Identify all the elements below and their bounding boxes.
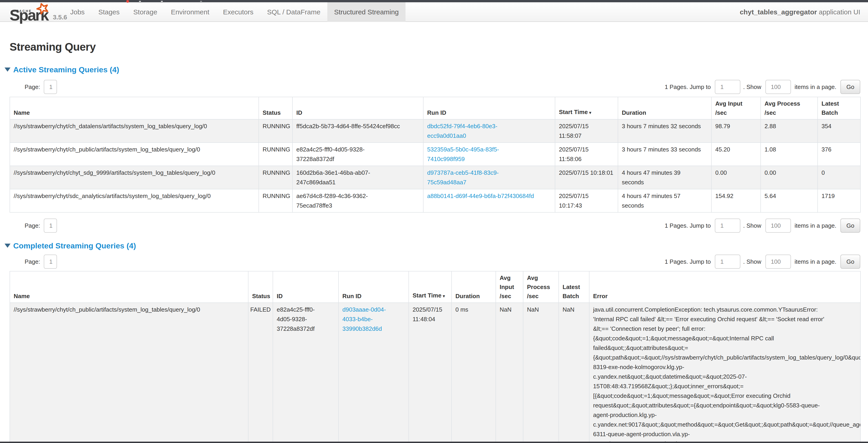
tab-environment-link[interactable]: Environment [164, 2, 216, 22]
collapse-arrow-icon [5, 67, 10, 71]
col-id[interactable]: ID [273, 271, 339, 303]
jump-to-input[interactable] [715, 218, 740, 233]
tab-sql-dataframe[interactable]: SQL / DataFrame [260, 2, 327, 22]
jump-to-input[interactable] [715, 80, 740, 94]
col-name[interactable]: Name [10, 97, 259, 119]
col-avg-process[interactable]: Avg Process /sec [523, 271, 559, 303]
cell-name: //sys/strawberry/chyt/ch_public/artifact… [10, 143, 259, 166]
cell-name: //sys/strawberry/chyt/ch_datalens/artifa… [10, 119, 259, 143]
show-count-input[interactable] [766, 218, 791, 233]
table-row: //sys/strawberry/chyt/ch_datalens/artifa… [10, 119, 861, 143]
completed-queries-table: Name Status ID Run ID Start Time▾ Durati… [9, 271, 861, 443]
page-label: Page: [25, 84, 40, 91]
tab-structured-streaming[interactable]: Structured Streaming [327, 2, 405, 22]
col-run-id[interactable]: Run ID [339, 271, 409, 303]
col-duration[interactable]: Duration [618, 97, 711, 119]
cell-name: //sys/strawberry/chyt/sdc_analytics/arti… [10, 189, 259, 212]
cell-avg-process: 0.00 [761, 166, 817, 189]
tab-executors-link[interactable]: Executors [216, 2, 260, 22]
tab-storage[interactable]: Storage [126, 2, 164, 22]
show-label: . Show [743, 222, 761, 229]
col-avg-input[interactable]: Avg Input /sec [711, 97, 761, 119]
cell-start-time: 2025/07/15 10:17:43 [555, 189, 618, 212]
cell-duration: 0 ms [452, 303, 496, 443]
browser-chrome-top [0, 0, 868, 2]
pager-active-bottom: Page: 1 Pages. Jump to . Show items in a… [25, 218, 860, 233]
cell-duration: 3 hours 7 minutes 33 seconds [618, 143, 711, 166]
cell-status: RUNNING [259, 119, 292, 143]
tab-sql-dataframe-link[interactable]: SQL / DataFrame [260, 2, 327, 22]
cell-id: ae67d4c8-f289-4c36-9362- 75ecad78ffe3 [292, 189, 423, 212]
tab-bar-fragment [161, 1, 163, 2]
cell-avg-input: 154.92 [711, 189, 761, 212]
pager-completed-top: Page: 1 Pages. Jump to . Show items in a… [25, 255, 860, 269]
jump-to-input[interactable] [715, 255, 740, 269]
cell-avg-process: 2.88 [761, 119, 817, 143]
show-label: . Show [743, 258, 761, 265]
col-latest-batch[interactable]: Latest Batch [559, 271, 589, 303]
show-count-input[interactable] [766, 80, 791, 94]
run-id-link[interactable]: dbdc52fd-79f4-4eb6-80e3- ecc9a0d01aa0 [427, 123, 497, 139]
tab-environment[interactable]: Environment [164, 2, 216, 22]
cell-latest-batch: NaN [559, 303, 589, 443]
cell-start-time: 2025/07/15 10:18:01 [555, 166, 618, 189]
active-queries-title: Active Streaming Queries (4) [13, 66, 119, 73]
col-latest-batch[interactable]: Latest Batch [817, 97, 861, 119]
cell-status: RUNNING [259, 189, 292, 212]
go-button[interactable]: Go [840, 80, 860, 94]
run-id-link[interactable]: a88b0141-d69f-44e9-b6fa-b72f430684fd [427, 193, 534, 199]
col-id[interactable]: ID [292, 97, 423, 119]
run-id-link[interactable]: d973787a-ceb5-41f8-83c9- 75c59ad48aa7 [427, 169, 499, 186]
run-id-link[interactable]: 532359a5-5b0c-495a-83f5- 7410c998f959 [427, 146, 499, 163]
go-button[interactable]: Go [840, 218, 860, 233]
tab-jobs-link[interactable]: Jobs [63, 2, 91, 22]
tab-storage-link[interactable]: Storage [126, 2, 164, 22]
page-title: Streaming Query [9, 41, 868, 53]
items-label: items in a page. [795, 84, 837, 91]
cell-run-id: d903aaae-0d04- 4033-b4be- 33990b382d6d [339, 303, 409, 443]
col-run-id[interactable]: Run ID [423, 97, 555, 119]
cell-start-time: 2025/07/15 11:48:04 [409, 303, 452, 443]
active-queries-section-header[interactable]: Active Streaming Queries (4) [5, 66, 868, 73]
pages-jump-label: 1 Pages. Jump to [665, 222, 711, 229]
tab-executors[interactable]: Executors [216, 2, 260, 22]
col-avg-process[interactable]: Avg Process /sec [761, 97, 817, 119]
col-name[interactable]: Name [10, 271, 248, 303]
col-error[interactable]: Error [589, 271, 861, 303]
tab-stages[interactable]: Stages [91, 2, 126, 22]
cell-avg-process: 1.08 [761, 143, 817, 166]
table-header-row: Name Status ID Run ID Start Time▾ Durati… [10, 271, 861, 303]
col-status[interactable]: Status [248, 271, 273, 303]
cell-error: java.util.concurrent.CompletionException… [589, 303, 861, 443]
col-status[interactable]: Status [259, 97, 292, 119]
page-number-input[interactable] [44, 255, 57, 269]
page-number-input[interactable] [44, 218, 57, 233]
completed-queries-section-header[interactable]: Completed Streaming Queries (4) [5, 242, 868, 249]
spark-logo[interactable]: Spark APACHE 3.5.6 [9, 2, 62, 22]
show-count-input[interactable] [766, 255, 791, 269]
favicon-fragment [126, 0, 129, 3]
cell-start-time: 2025/07/15 11:58:07 [555, 119, 618, 143]
tab-bar-fragment [200, 1, 202, 2]
run-id-link[interactable]: d903aaae-0d04- 4033-b4be- 33990b382d6d [342, 306, 386, 332]
tab-stages-link[interactable]: Stages [91, 2, 126, 22]
navbar: Spark APACHE 3.5.6 Jobs Stages Storage E… [0, 2, 868, 22]
go-button[interactable]: Go [840, 255, 860, 269]
col-start-time[interactable]: Start Time▾ [409, 271, 452, 303]
cell-avg-input: NaN [496, 303, 523, 443]
items-label: items in a page. [795, 222, 837, 229]
tab-structured-streaming-link[interactable]: Structured Streaming [327, 2, 405, 22]
cell-duration: 4 hours 47 minutes 39 seconds [618, 166, 711, 189]
browser-chrome-bottom [0, 442, 868, 443]
col-duration[interactable]: Duration [452, 271, 496, 303]
spark-star-icon [36, 3, 50, 14]
tab-jobs[interactable]: Jobs [63, 2, 91, 22]
tab-bar-fragment [139, 1, 141, 2]
page-number-input[interactable] [44, 80, 57, 94]
page-label: Page: [25, 222, 40, 229]
col-avg-input[interactable]: Avg Input /sec [496, 271, 523, 303]
col-start-time[interactable]: Start Time▾ [555, 97, 618, 119]
cell-start-time: 2025/07/15 11:58:06 [555, 143, 618, 166]
cell-id: ff5dca2b-5b73-4d64-8ffe-55424cef98cc [292, 119, 423, 143]
cell-avg-input: 45.20 [711, 143, 761, 166]
